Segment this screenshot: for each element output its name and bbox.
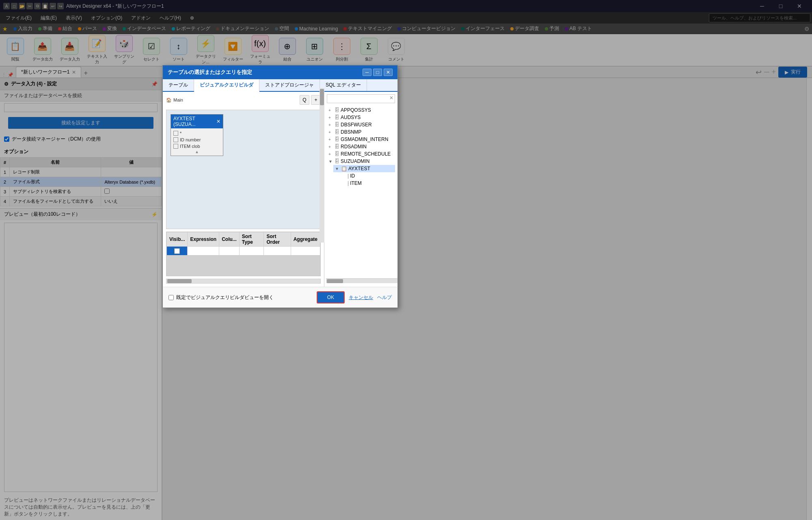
dtab-table[interactable]: テーブル (163, 79, 194, 91)
tree-item-rdsadmin[interactable]: + 🗄 RDSADMIN (327, 143, 395, 150)
dialog-title: テーブルの選択またはクエリを指定 (168, 69, 252, 76)
field-star: * (180, 131, 181, 136)
grid-cell-colu (219, 247, 240, 256)
tree-item-appqossys[interactable]: + 🗄 APPQOSSYS (327, 106, 395, 114)
tree-label-id: ID (350, 173, 355, 179)
tree-label-item: ITEM (350, 180, 362, 186)
ok-button[interactable]: OK (317, 291, 345, 303)
col-expr: Expression (188, 232, 219, 247)
table-box-close-btn[interactable]: ✕ (216, 119, 220, 124)
grid-table: Visib... Expression Colu... Sort Type So… (166, 232, 320, 276)
v-scroll-thumb[interactable] (320, 89, 324, 105)
grid-row-gray (167, 256, 320, 276)
bottom-scroll-thumb-right[interactable] (327, 279, 343, 283)
tree-cylinder-icon: 🗄 (335, 107, 339, 113)
dialog: テーブルの選択またはクエリを指定 ─ □ ✕ テーブル ビジュアルクエリビルダ … (162, 65, 398, 308)
tree-table-icon: 📋 (341, 166, 347, 171)
tree-cylinder-icon: 🗄 (335, 158, 339, 164)
table-field-row: ID number (173, 136, 220, 143)
tree-item-remote[interactable]: + 🗄 REMOTE_SCHEDULE (327, 150, 395, 158)
grid-cell-aggregate (291, 247, 320, 256)
grid-row-1 (167, 247, 320, 256)
dtab-storedproc[interactable]: ストアドプロシージャ (259, 79, 320, 91)
field-id: ID number (180, 137, 201, 142)
tree-item-id[interactable]: | ID (340, 172, 395, 180)
field-checkbox-star[interactable] (173, 131, 178, 136)
help-button[interactable]: ヘルプ (377, 294, 392, 301)
h-scroll-thumb[interactable] (167, 279, 192, 283)
footer-buttons: OK キャンセル ヘルプ (317, 291, 392, 303)
col-visib: Visib... (167, 232, 188, 247)
expand-icon-suzuadmin: ▼ (328, 159, 333, 164)
dialog-restore-btn[interactable]: □ (373, 69, 382, 76)
tree-col-icon: | (348, 173, 349, 179)
grid-cell-sorttype (239, 247, 264, 256)
dialog-body: 🏠 Main Q + AYXTEST (SUZUA... ✕ (163, 92, 397, 287)
tree-search-input[interactable] (327, 94, 395, 103)
tree-indent-id: | ID | ITEM (333, 172, 395, 187)
dtab-sqleditor[interactable]: SQL エディター (320, 79, 367, 91)
grid-cell-expr (188, 247, 219, 256)
breadcrumb-home-icon: 🏠 (166, 98, 172, 103)
tree-search-container: ✕ (327, 94, 395, 105)
tree-item-gsmadmin[interactable]: + 🗄 GSMADMIN_INTERN (327, 136, 395, 143)
tree-label-suzuadmin: SUZUADMIN (341, 158, 369, 164)
tree-item-ayxtest[interactable]: ▼ 📋 AYXTEST (333, 165, 395, 172)
tree-label-dbsfwuser: DBSFWUSER (341, 122, 372, 128)
tree-label-ayxtest: AYXTEST (348, 166, 370, 171)
grid-cell-visib[interactable] (167, 247, 188, 256)
field-checkbox-item[interactable] (173, 144, 178, 149)
vqb-q-btn[interactable]: Q (300, 95, 309, 105)
dialog-close-btn[interactable]: ✕ (384, 69, 393, 76)
table-field-row: * (173, 130, 220, 136)
table-field-row: ITEM clob (173, 143, 220, 150)
dialog-footer: 既定でビジュアルクエリビルダビューを開く OK キャンセル ヘルプ (163, 287, 397, 308)
tree-label-dbsnmp: DBSNMP (341, 129, 361, 135)
expand-icon: + (328, 130, 333, 134)
col-colu: Colu... (219, 232, 240, 247)
field-item: ITEM clob (180, 144, 200, 149)
tree-label-remote: REMOTE_SCHEDULE (341, 151, 391, 157)
default-view-label: 既定でビジュアルクエリビルダビューを開く (176, 294, 274, 301)
expand-icon: + (328, 123, 333, 127)
tree-item-dbsnmp[interactable]: + 🗄 DBSNMP (327, 128, 395, 136)
vis-checkbox[interactable] (174, 248, 180, 254)
tree-cylinder-icon: 🗄 (335, 115, 339, 120)
tree-search-clear-btn[interactable]: ✕ (389, 95, 393, 101)
expand-icon: + (328, 108, 333, 113)
h-scrollbar[interactable] (166, 279, 321, 284)
tree-cylinder-icon: 🗄 (335, 129, 339, 135)
cancel-button[interactable]: キャンセル (349, 294, 373, 301)
tree-item-dbsfwuser[interactable]: + 🗄 DBSFWUSER (327, 121, 395, 128)
vqb-canvas[interactable]: AYXTEST (SUZUA... ✕ * ID number (166, 110, 321, 229)
table-expand-icon[interactable]: ▲ (173, 150, 220, 154)
dialog-controls: ─ □ ✕ (363, 69, 393, 76)
field-checkbox-id[interactable] (173, 137, 178, 142)
table-box: AYXTEST (SUZUA... ✕ * ID number (171, 114, 223, 156)
tree-item-suzuadmin[interactable]: ▼ 🗄 SUZUADMIN (327, 158, 395, 165)
table-box-title: AYXTEST (SUZUA... (173, 116, 216, 127)
grid-table-container: Visib... Expression Colu... Sort Type So… (166, 232, 321, 276)
tree-indent-ayxtest: ▼ 📋 AYXTEST | ID | (327, 165, 395, 187)
tree-item-audsys[interactable]: + 🗄 AUDSYS (327, 114, 395, 121)
table-box-body: * ID number ITEM clob ▲ (171, 128, 223, 156)
expand-icon: + (328, 137, 333, 142)
tree-item-item[interactable]: | ITEM (340, 180, 395, 187)
v-scrollbar[interactable] (320, 88, 324, 243)
col-sorttype: Sort Type (239, 232, 264, 247)
footer-checkbox-area: 既定でビジュアルクエリビルダビューを開く (168, 294, 274, 301)
dialog-tabs: テーブル ビジュアルクエリビルダ ストアドプロシージャ SQL エディター (163, 79, 397, 92)
default-view-checkbox[interactable] (168, 295, 174, 300)
expand-icon-ayxtest: ▼ (335, 167, 340, 171)
tree-cylinder-icon: 🗄 (335, 122, 339, 128)
table-box-header: AYXTEST (SUZUA... ✕ (171, 115, 223, 128)
col-aggregate: Aggregate (291, 232, 320, 247)
dialog-minimize-btn[interactable]: ─ (363, 69, 371, 76)
grid-gray-area (167, 256, 320, 276)
bottom-scrollbar-right[interactable] (326, 278, 397, 283)
tree-label-rdsadmin: RDSADMIN (341, 144, 367, 150)
dialog-overlay: テーブルの選択またはクエリを指定 ─ □ ✕ テーブル ビジュアルクエリビルダ … (0, 0, 812, 520)
vqb-toolbar: 🏠 Main Q + (166, 95, 321, 105)
dialog-right: ✕ + 🗄 APPQOSSYS + 🗄 AUDSYS + (324, 92, 397, 287)
dtab-vqb[interactable]: ビジュアルクエリビルダ (194, 79, 259, 92)
